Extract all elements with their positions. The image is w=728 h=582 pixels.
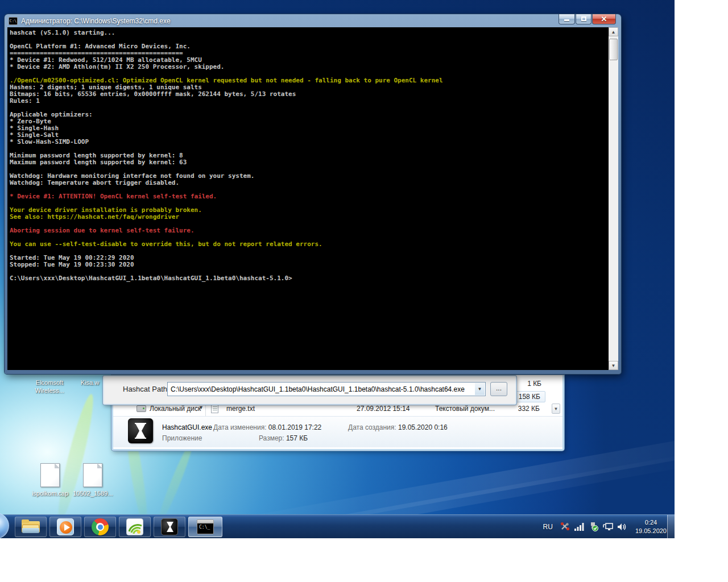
maximize-button[interactable] xyxy=(576,14,592,24)
console-output[interactable]: hashcat (v5.1.0) starting... OpenCL Plat… xyxy=(7,27,609,370)
file-size-cell: 1 КБ xyxy=(527,380,541,388)
console-line: Maximum password length supported by ker… xyxy=(10,159,609,166)
desktop-icon-ispolkom-cap[interactable]: ispolkom.cap xyxy=(30,463,70,497)
minimize-icon xyxy=(564,19,569,21)
file-type: Текстовый докум... xyxy=(435,405,495,413)
scroll-up-icon[interactable]: ▲ xyxy=(609,27,618,36)
console-line: Stopped: Tue May 19 00:23:30 2020 xyxy=(10,261,609,268)
taskbar-button-cmd-active[interactable]: C:\_ xyxy=(188,517,222,537)
file-icon xyxy=(83,463,102,487)
details-pane: HashcatGUI.exe Дата изменения: 08.01.201… xyxy=(113,416,562,447)
console-line: Applicable optimizers: xyxy=(10,111,609,118)
browse-button[interactable]: ... xyxy=(490,382,507,396)
taskbar-button-chrome[interactable] xyxy=(84,517,116,537)
details-modified: Дата изменения: 08.01.2019 17:22 xyxy=(213,423,321,431)
console-line: Bitmaps: 16 bits, 65536 entries, 0x0000f… xyxy=(10,91,609,98)
hashcat-path-combobox[interactable]: C:\Users\xxx\Desktop\HashcatGUI_1.1beta0… xyxy=(167,382,486,396)
taskbar-button-media-player[interactable] xyxy=(49,517,81,537)
taskbar-button-hashcatgui[interactable] xyxy=(154,517,185,537)
console-line: See also: https://hashcat.net/faq/wrongd… xyxy=(10,214,609,221)
wifi-icon xyxy=(126,518,143,535)
clock[interactable]: 0:24 19.05.2020 xyxy=(635,518,667,535)
scroll-down-icon[interactable]: ▼ xyxy=(609,361,618,370)
console-line: You can use --self-test-disable to overr… xyxy=(10,241,609,248)
start-button[interactable] xyxy=(0,513,9,538)
file-size-cell-selected[interactable]: 158 КБ xyxy=(514,391,545,402)
chrome-icon xyxy=(92,518,109,535)
taskbar: C:\_ RU xyxy=(0,514,675,538)
cmd-client-area: hashcat (v5.1.0) starting... OpenCL Plat… xyxy=(7,27,618,370)
details-file-name: HashcatGUI.exe xyxy=(162,423,212,431)
console-line: * Device #2: AMD Athlon(tm) II X2 250 Pr… xyxy=(10,64,609,70)
hourglass-icon xyxy=(134,423,147,439)
taskbar-button-explorer[interactable] xyxy=(15,517,47,537)
console-line: C:\Users\xxx\Desktop\HashcatGUI_1.1beta0… xyxy=(10,275,609,282)
system-tray: RU xyxy=(543,515,667,538)
language-indicator[interactable]: RU xyxy=(543,523,553,531)
chevron-down-icon[interactable]: ▼ xyxy=(198,405,204,410)
network-icon[interactable] xyxy=(602,521,614,533)
console-line: Watchdog: Temperature abort trigger disa… xyxy=(10,180,609,186)
file-name[interactable]: merge.txt xyxy=(226,405,255,413)
cmd-window: C:\ Администратор: C:\Windows\System32\c… xyxy=(5,14,621,374)
console-line: * Device #1: ATTENTION! OpenCL kernel se… xyxy=(10,193,609,200)
console-line: * Slow-Hash-SIMD-LOOP xyxy=(10,139,609,146)
hashcat-path-label: Hashcat Path: xyxy=(123,385,169,393)
details-created: Дата создания: 19.05.2020 0:16 xyxy=(348,423,448,431)
close-button[interactable]: ✕ xyxy=(592,14,616,24)
cmd-titlebar[interactable]: C:\ Администратор: C:\Windows\System32\c… xyxy=(5,14,621,27)
hashcatgui-window: Hashcat Path: C:\Users\xxx\Desktop\Hashc… xyxy=(103,376,516,405)
folder-icon xyxy=(22,520,40,534)
cmd-window-title: Администратор: C:\Windows\System32\cmd.e… xyxy=(21,17,171,25)
console-line: Rules: 1 xyxy=(10,98,609,105)
minimize-button[interactable] xyxy=(559,14,575,24)
signal-strength-icon[interactable] xyxy=(574,521,585,533)
cmd-window-icon: C:\ xyxy=(9,17,18,25)
file-size: 332 КБ xyxy=(518,405,540,413)
desktop-icon-10502[interactable]: 10502_1589... xyxy=(73,463,113,497)
hourglass-icon xyxy=(161,518,178,535)
desktop-icon-label-elcomsoft[interactable]: Elcomsoft Wireless... xyxy=(30,379,69,394)
cmd-icon: C:\_ xyxy=(197,519,214,534)
scrollbar-thumb[interactable] xyxy=(609,39,618,60)
nav-item-local-disk[interactable]: Локальный диск xyxy=(150,405,201,413)
media-player-icon xyxy=(57,518,74,535)
file-modified-date: 27.09.2012 15:14 xyxy=(357,405,410,413)
local-disk-icon xyxy=(136,405,146,412)
tray-app-icon[interactable] xyxy=(560,521,571,533)
console-line xyxy=(10,105,609,111)
details-type: Приложение xyxy=(162,434,202,442)
console-line: hashcat (v5.1.0) starting... xyxy=(10,30,609,36)
desktop: Elcomsoft Wireless... Kisa.w ispolkom.ca… xyxy=(0,0,675,538)
details-size: Размер: 157 КБ xyxy=(259,434,308,442)
usb-safely-remove-icon[interactable] xyxy=(588,521,599,533)
console-line: * Single-Hash xyxy=(10,125,609,132)
caption-buttons: ✕ xyxy=(558,14,616,24)
combobox-dropdown-icon[interactable]: ▼ xyxy=(475,383,485,395)
console-line: * Zero-Byte xyxy=(10,118,609,125)
file-icon xyxy=(40,463,60,487)
show-desktop-button[interactable] xyxy=(667,515,675,538)
console-line: Aborting session due to kernel self-test… xyxy=(10,227,609,234)
console-line: * Single-Salt xyxy=(10,132,609,139)
hashcat-path-value[interactable]: C:\Users\xxx\Desktop\HashcatGUI_1.1beta0… xyxy=(171,385,473,393)
text-file-icon xyxy=(211,404,218,413)
console-scrollbar[interactable]: ▲ ▼ xyxy=(609,27,618,370)
hashcatgui-app-icon xyxy=(128,418,153,443)
desktop-icon-label-kisa[interactable]: Kisa.w xyxy=(77,379,102,386)
taskbar-button-wireless-auditor[interactable] xyxy=(119,517,151,537)
scroll-down-button[interactable]: ▼ xyxy=(552,404,560,414)
clock-time: 0:24 xyxy=(635,518,667,527)
volume-icon[interactable] xyxy=(617,521,628,533)
clock-date: 19.05.2020 xyxy=(635,527,667,535)
maximize-icon xyxy=(581,16,586,21)
